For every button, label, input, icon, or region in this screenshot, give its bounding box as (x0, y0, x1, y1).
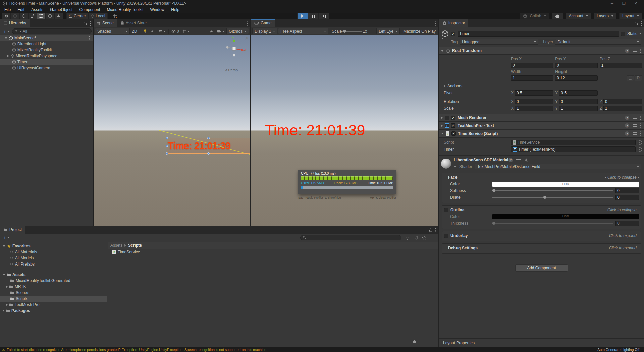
presets-icon[interactable] (633, 132, 637, 135)
debug-settings-section[interactable]: Debug Settings - Click to expand - (442, 243, 641, 254)
layers-dropdown[interactable]: Layers (594, 13, 616, 19)
outline-checkbox[interactable] (444, 208, 448, 212)
gear-icon[interactable] (524, 158, 528, 162)
tab-inspector[interactable]: Inspector (439, 19, 468, 27)
aspect-dropdown[interactable]: Free Aspect (278, 28, 328, 34)
hierarchy-item-timer[interactable]: Timer (0, 59, 93, 65)
material-header[interactable]: LiberationSans SDF Material Shader TextM… (439, 155, 644, 171)
menu-edit[interactable]: Edit (14, 7, 28, 13)
tab-scene[interactable]: Scene (94, 19, 117, 27)
breadcrumb-scripts[interactable]: Scripts (128, 243, 142, 248)
layer-dropdown[interactable]: Default (555, 39, 641, 45)
face-softness-field[interactable]: 0 (615, 188, 639, 193)
menu-window[interactable]: Window (147, 7, 168, 13)
gizmos-dropdown[interactable]: Gizmos (226, 28, 249, 34)
play-button[interactable] (297, 13, 308, 19)
gameobject-name-field[interactable]: Timer (458, 31, 619, 37)
draw-mode-dropdown[interactable]: Shaded (95, 28, 130, 34)
menu-file[interactable]: File (1, 7, 14, 13)
move-tool[interactable] (11, 13, 19, 19)
face-softness-slider[interactable] (492, 188, 613, 193)
object-picker-icon[interactable] (638, 140, 642, 145)
help-icon[interactable] (625, 49, 629, 53)
gameobject-icon-button[interactable] (441, 30, 449, 38)
rotate-tool[interactable] (19, 13, 28, 19)
component-menu-icon[interactable] (640, 117, 641, 118)
layout-properties-bar[interactable]: Layout Properties (439, 338, 644, 347)
panel-menu-icon[interactable] (90, 23, 91, 24)
minimize-button[interactable]: ─ (611, 1, 613, 6)
outline-thickness-field[interactable]: 0 (615, 221, 639, 226)
help-icon[interactable] (508, 158, 513, 162)
lock-icon[interactable] (429, 228, 432, 232)
space-mode-button[interactable]: Local (88, 13, 108, 19)
panel-menu-icon[interactable] (247, 23, 248, 24)
hierarchy-item-directional-light[interactable]: Directional Light (0, 41, 93, 47)
scale-y-field[interactable]: 1 (559, 106, 597, 111)
2d-toggle[interactable]: 2D (130, 28, 138, 34)
pivot-y-field[interactable]: 0.5 (559, 90, 597, 96)
menu-gameobject[interactable]: GameObject (47, 7, 75, 13)
selection-handle[interactable] (166, 137, 168, 139)
object-picker-icon[interactable] (638, 147, 642, 152)
face-color-swatch[interactable]: HDR (492, 182, 639, 187)
face-dilate-slider[interactable] (492, 195, 613, 200)
component-menu-icon[interactable] (640, 125, 641, 126)
auto-generate-lighting-status[interactable]: Auto Generate Lighting Off (597, 348, 642, 352)
tab-game[interactable]: Game (251, 19, 275, 27)
grid-snap-icon[interactable] (111, 13, 120, 19)
expand-arrow-icon[interactable] (6, 303, 8, 306)
outline-thickness-slider[interactable] (492, 221, 613, 226)
folder-scripts[interactable]: Scripts (0, 296, 107, 302)
expand-arrow-icon[interactable] (7, 55, 9, 57)
help-icon[interactable] (625, 116, 629, 120)
blueprint-mode-toggle[interactable] (627, 75, 634, 81)
underlay-checkbox[interactable] (444, 234, 448, 238)
eye-dropdown[interactable]: Left Eye (376, 28, 400, 34)
expand-arrow-icon[interactable] (3, 309, 4, 312)
expand-arrow-icon[interactable] (6, 285, 8, 288)
panel-menu-icon[interactable] (435, 23, 436, 24)
timer-object-field[interactable]: Timer (TextMeshPro) (511, 146, 636, 152)
foldout-arrow-icon[interactable] (441, 124, 443, 127)
selection-handle[interactable] (207, 152, 210, 155)
component-menu-icon[interactable] (640, 50, 641, 51)
rotation-y-field[interactable]: 0 (559, 99, 597, 104)
mesh-renderer-header[interactable]: Mesh Renderer (439, 114, 644, 122)
pivot-x-field[interactable]: 0.5 (515, 90, 553, 96)
tab-project[interactable]: Project (0, 226, 25, 234)
width-field[interactable]: 1 (511, 75, 553, 81)
packages-root[interactable]: Packages (0, 308, 107, 314)
help-icon[interactable] (625, 123, 629, 128)
help-icon[interactable] (625, 131, 629, 136)
maximize-button[interactable]: ❐ (622, 1, 626, 6)
assets-root[interactable]: Assets (0, 272, 107, 278)
tag-dropdown[interactable]: Untagged (460, 39, 538, 45)
layout-dropdown[interactable]: Layout (619, 13, 642, 19)
rect-transform-header[interactable]: Rect Transform (439, 47, 644, 55)
anchors-label[interactable]: Anchors (447, 84, 462, 89)
account-dropdown[interactable]: Account (566, 13, 591, 19)
script-object-field[interactable]: TimeService (511, 140, 636, 145)
camera-settings-dropdown[interactable] (216, 28, 226, 34)
pos-z-field[interactable]: 1 (600, 63, 642, 68)
scene-viewport[interactable]: y x < Persp Time: 21:01:39 (94, 35, 250, 226)
maximize-on-play-toggle[interactable]: Maximize On Play (402, 28, 437, 34)
outline-color-swatch[interactable]: HDR (492, 214, 639, 219)
folder-scenes[interactable]: Scenes (0, 290, 107, 296)
face-dilate-field[interactable]: 0 (615, 195, 639, 200)
component-tools-button[interactable] (208, 28, 215, 34)
effects-dropdown[interactable] (157, 28, 167, 34)
hierarchy-item-mixedrealityplayspace[interactable]: MixedRealityPlayspace (0, 53, 93, 59)
height-field[interactable]: 0.12 (555, 75, 597, 81)
favorites-root[interactable]: Favorites (0, 243, 107, 249)
component-menu-icon[interactable] (640, 133, 641, 134)
type-filter-icon[interactable] (405, 236, 410, 240)
folder-textmesh-pro[interactable]: TextMesh Pro (0, 302, 107, 308)
presets-icon[interactable] (516, 158, 521, 162)
folder-mixedrealitytoolkit-generated[interactable]: MixedRealityToolkit.Generated (0, 278, 107, 284)
menu-component[interactable]: Component (76, 7, 103, 13)
foldout-arrow-icon[interactable] (441, 50, 444, 52)
create-asset-button[interactable] (1, 235, 11, 240)
static-checkbox[interactable] (621, 32, 625, 36)
